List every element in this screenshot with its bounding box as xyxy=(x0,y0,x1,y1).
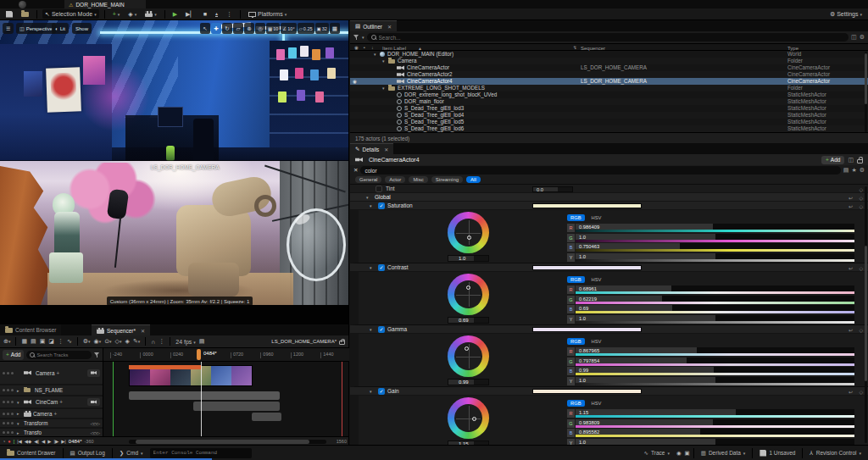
global-category-row[interactable]: ▾ Global ↩ ◇ xyxy=(350,193,868,202)
expander-icon[interactable]: ▾ xyxy=(17,400,22,405)
set-start-button[interactable]: [ xyxy=(14,439,15,444)
view-range-end[interactable]: 1560 xyxy=(337,439,347,444)
outliner-row[interactable]: ▾EXTREME_LONG_SHOT_MODELSFolder xyxy=(350,85,868,91)
save-button[interactable] xyxy=(3,9,15,19)
expander-icon[interactable]: ▾ xyxy=(382,58,388,64)
scale-tool-button[interactable]: ▱ xyxy=(233,23,243,34)
details-search-box[interactable] xyxy=(360,166,840,175)
tab-content-browser[interactable]: Content Browser xyxy=(0,324,61,335)
keyframe-nav[interactable]: ◁◇▷ xyxy=(90,421,100,426)
gain-checkbox[interactable]: ✓ xyxy=(378,388,385,395)
create-camera-icon[interactable]: ▣ xyxy=(40,338,46,345)
play-options-button[interactable]: ⋮ xyxy=(224,9,235,19)
add-section-icon[interactable]: + xyxy=(53,411,57,417)
contrast-b-slider[interactable]: B0.69 xyxy=(567,305,854,313)
platforms-dropdown[interactable]: Platforms ▾ xyxy=(246,9,289,19)
clear-search-icon[interactable]: ✕ xyxy=(353,167,358,174)
contrast-wheel-value[interactable]: 0.69 xyxy=(448,317,489,324)
scale-snap-button[interactable]: ▱0.25 xyxy=(298,23,314,34)
keyframe-options-icon[interactable]: ◇▾ xyxy=(115,338,122,345)
console-input[interactable] xyxy=(153,450,248,456)
details-scrollbar[interactable] xyxy=(865,186,867,443)
saturation-color-swatch[interactable] xyxy=(532,203,642,208)
outliner-scrollbar[interactable] xyxy=(865,52,867,132)
viewport-layout-button[interactable]: ▦ xyxy=(330,23,340,34)
level-tab[interactable]: ⚠ DOR_HOME_MAIN xyxy=(64,0,146,8)
step-forward-button[interactable]: |▶ xyxy=(53,439,58,444)
revision-control-dropdown[interactable]: Y Revision Control ▾ xyxy=(806,447,865,459)
frame-counter[interactable]: 0484* xyxy=(69,439,82,444)
rgb-mode-button[interactable]: RGB xyxy=(567,214,585,221)
rgb-mode-button[interactable]: RGB xyxy=(567,276,585,283)
gamma-color-wheel[interactable] xyxy=(448,335,489,377)
rgb-mode-button[interactable]: RGB xyxy=(567,400,585,407)
grid-snap-button[interactable]: ▦10 xyxy=(266,23,280,34)
output-log-button[interactable]: ▤ Output Log xyxy=(67,447,108,459)
keyframe-nav[interactable]: ◁◇▷ xyxy=(90,430,100,435)
camera-toggle-button[interactable] xyxy=(87,369,100,377)
track-section-bar[interactable] xyxy=(129,391,280,400)
outliner-search-input[interactable] xyxy=(379,35,845,41)
filter-chip-misc[interactable]: Misc xyxy=(409,176,427,183)
play-reverse-button[interactable]: ◀ xyxy=(42,439,45,444)
keyframe-icon[interactable]: ◇ xyxy=(859,389,863,395)
add-component-button[interactable]: + Add xyxy=(821,156,844,164)
favorites-icon[interactable]: ★ xyxy=(851,167,856,174)
jump-to-end-button[interactable]: ▶| xyxy=(61,439,66,444)
playback-options-icon[interactable]: ⊙▾ xyxy=(104,338,111,345)
outliner-row[interactable]: CineCameraActorLS_DOR_HOME_CAMERACineCam… xyxy=(350,64,868,71)
outliner-row[interactable]: ▾DOR_HOME_MAIN (Editor)World xyxy=(350,51,868,58)
timeline-area[interactable] xyxy=(103,362,348,436)
hsv-mode-button[interactable]: HSV xyxy=(588,338,605,345)
contrast-checkbox[interactable]: ✓ xyxy=(378,264,385,271)
gamma-g-slider[interactable]: G0.797854 xyxy=(567,357,854,366)
shot-section-bar[interactable] xyxy=(129,365,201,369)
track-row-transform[interactable]: ▾Transform◁◇▷ xyxy=(0,419,103,427)
filter-chip-streaming[interactable]: Streaming xyxy=(431,176,463,183)
close-icon[interactable]: ✕ xyxy=(141,328,145,334)
add-actor-button[interactable]: +▾ xyxy=(110,9,123,19)
add-section-icon[interactable]: + xyxy=(59,399,63,405)
current-frame-marker[interactable] xyxy=(197,349,201,360)
outliner-row[interactable]: ◉CineCameraActor4LS_DOR_HOME_CAMERACineC… xyxy=(350,78,868,85)
browse-sequence-icon[interactable]: ▤ xyxy=(31,338,36,345)
reset-icon[interactable]: ↩ xyxy=(849,203,853,209)
gain-color-wheel[interactable] xyxy=(448,397,489,439)
expander-icon[interactable]: ▸ xyxy=(17,388,22,393)
playback-end-marker[interactable] xyxy=(342,362,342,436)
gain-color-swatch[interactable] xyxy=(532,389,642,394)
reset-icon[interactable]: ↩ xyxy=(849,389,853,395)
saturation-b-slider[interactable]: B0.750463 xyxy=(567,243,854,252)
camera-toggle-button[interactable] xyxy=(87,398,100,406)
kebab-icon[interactable]: ⋮ xyxy=(58,338,64,345)
outliner-row[interactable]: CineCameraActor2CineCameraActor xyxy=(350,71,868,78)
timeline-ruler[interactable]: 0484* -240000002400720096012001440 xyxy=(103,348,349,361)
playback-start-marker[interactable] xyxy=(113,362,114,436)
outliner-row[interactable]: ▾CameraFolder xyxy=(350,58,868,64)
select-tool-button[interactable]: ↖ xyxy=(200,23,210,34)
content-drawer-button[interactable]: Content Drawer xyxy=(3,447,59,459)
gamma-y-slider[interactable]: Y1.0 xyxy=(567,377,854,385)
filter-chip-all[interactable]: All xyxy=(466,176,481,183)
step-back-button[interactable]: ◀| xyxy=(34,439,39,444)
track-section-bar[interactable] xyxy=(252,413,281,421)
gamma-color-swatch[interactable] xyxy=(532,327,642,332)
sequencer-column-header[interactable]: Sequencer xyxy=(581,46,605,51)
type-column-header[interactable]: Type xyxy=(787,46,798,51)
expander-icon[interactable]: ▾ xyxy=(370,203,376,208)
snap-icon[interactable]: ∩ xyxy=(151,339,155,345)
expander-icon[interactable]: ▾ xyxy=(370,265,376,270)
move-tool-button[interactable]: ✚ xyxy=(211,23,221,34)
saturation-r-slider[interactable]: R0.986409 xyxy=(567,224,854,232)
rgb-mode-button[interactable]: RGB xyxy=(567,338,585,345)
saturation-checkbox[interactable]: ✓ xyxy=(378,202,385,209)
track-row-cinecam[interactable]: ▾CineCam+ xyxy=(0,396,103,407)
outliner-column-header[interactable]: ◉ ▪ ↓ Item Label ▲ ↯ Sequencer Type xyxy=(350,43,868,51)
tab-details[interactable]: ✎ Details ✕ xyxy=(350,143,393,154)
gain-r-slider[interactable]: R1.15 xyxy=(567,409,854,418)
kebab-icon[interactable]: ⋮ xyxy=(159,338,164,345)
reset-icon[interactable]: ↩ xyxy=(849,265,853,271)
playback-speed-icon[interactable]: ◔ xyxy=(3,439,5,444)
reset-icon[interactable]: ↩ xyxy=(849,195,853,201)
eject-button[interactable]: ▴ xyxy=(213,9,220,19)
